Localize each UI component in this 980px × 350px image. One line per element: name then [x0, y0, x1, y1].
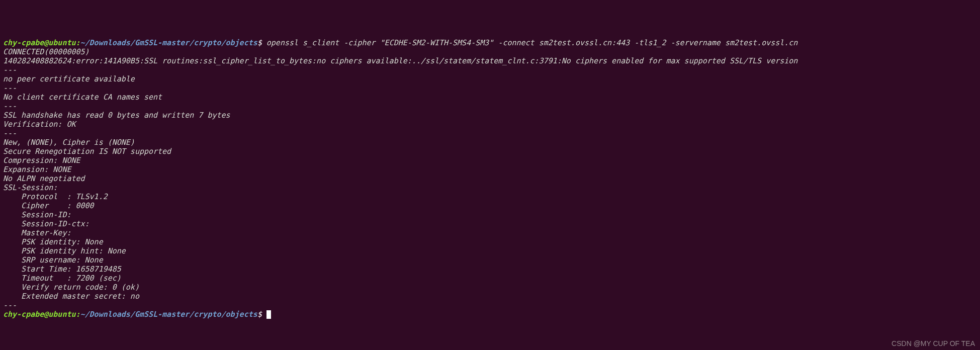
output-line: Extended master secret: no — [3, 292, 977, 301]
output-line: Start Time: 1658719485 — [3, 265, 977, 274]
output-line: New, (NONE), Cipher is (NONE) — [3, 138, 977, 147]
output-line: Compression: NONE — [3, 156, 977, 165]
watermark: CSDN @MY CUP OF TEA — [892, 339, 975, 348]
prompt-dollar: $ — [257, 38, 262, 47]
prompt-path: ~/Downloads/GmSSL-master/crypto/objects — [80, 38, 257, 47]
command-text: openssl s_client -cipher "ECDHE-SM2-WITH… — [262, 38, 798, 47]
output-line: No client certificate CA names sent — [3, 93, 977, 102]
terminal[interactable]: chy-cpabe@ubuntu:~/Downloads/GmSSL-maste… — [3, 38, 977, 319]
output-line: Session-ID-ctx: — [3, 219, 977, 228]
prompt-line-2: chy-cpabe@ubuntu:~/Downloads/GmSSL-maste… — [3, 310, 977, 319]
output-line: Verification: OK — [3, 120, 977, 129]
output-line: Master-Key: — [3, 228, 977, 237]
prompt-path: ~/Downloads/GmSSL-master/crypto/objects — [80, 310, 257, 319]
output-line: no peer certificate available — [3, 74, 977, 83]
prompt-sep: : — [76, 38, 80, 47]
prompt-line-1: chy-cpabe@ubuntu:~/Downloads/GmSSL-maste… — [3, 38, 977, 47]
output-line: Protocol : TLSv1.2 — [3, 192, 977, 201]
output-line: CONNECTED(00000005) — [3, 47, 977, 56]
output-line: --- — [3, 129, 977, 138]
output-line: Session-ID: — [3, 210, 977, 219]
output-line: 140282408882624:error:141A90B5:SSL routi… — [3, 56, 977, 65]
output-line: SSL-Session: — [3, 183, 977, 192]
output-line: --- — [3, 301, 977, 310]
output-line: SRP username: None — [3, 255, 977, 265]
cursor — [266, 310, 271, 319]
output-line: No ALPN negotiated — [3, 174, 977, 183]
output-line: PSK identity hint: None — [3, 246, 977, 255]
output-line: Timeout : 7200 (sec) — [3, 274, 977, 283]
prompt-dollar: $ — [257, 310, 262, 319]
prompt-sep: : — [76, 310, 80, 319]
output-line: Cipher : 0000 — [3, 201, 977, 210]
output-line: PSK identity: None — [3, 237, 977, 246]
output-line: --- — [3, 83, 977, 93]
output-line: Expansion: NONE — [3, 165, 977, 174]
output-line: --- — [3, 65, 977, 74]
output-line: Secure Renegotiation IS NOT supported — [3, 147, 977, 156]
prompt-user-host: chy-cpabe@ubuntu — [3, 38, 76, 47]
output-line: SSL handshake has read 0 bytes and writt… — [3, 111, 977, 120]
prompt-user-host: chy-cpabe@ubuntu — [3, 310, 76, 319]
output-line: Verify return code: 0 (ok) — [3, 283, 977, 292]
output-line: --- — [3, 102, 977, 111]
